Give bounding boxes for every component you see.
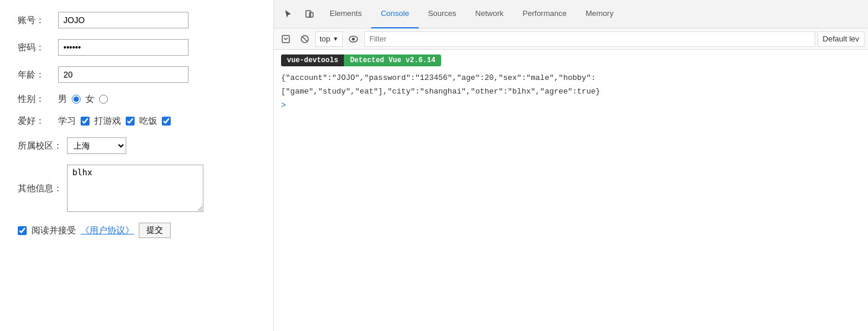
devtools-tabs-bar: Elements Console Sources Network Perform… (274, 0, 868, 28)
context-value: top (320, 34, 330, 43)
password-label: 密码： (18, 42, 53, 53)
agree-link-text[interactable]: 《用户协议》 (81, 225, 134, 236)
age-label: 年龄： (18, 69, 53, 81)
default-level-button[interactable]: Default lev (818, 31, 864, 47)
campus-select[interactable]: 上海 北京 广州 深圳 (67, 137, 126, 154)
devtools-panel: Elements Console Sources Network Perform… (274, 0, 868, 331)
context-selector[interactable]: top ▼ (315, 31, 343, 47)
gender-group: 男 女 (58, 94, 108, 105)
svg-line-4 (302, 37, 307, 41)
console-prompt[interactable]: > (281, 101, 861, 110)
console-log-line1: {"account":"JOJO","password":"123456","a… (281, 72, 861, 85)
execute-icon[interactable] (277, 31, 294, 47)
hobby-study-checkbox[interactable] (81, 117, 90, 126)
svg-point-6 (352, 37, 355, 40)
campus-row: 所属校区： 上海 北京 广州 深圳 (18, 137, 256, 154)
tab-performance[interactable]: Performance (513, 0, 576, 28)
submit-row: 阅读并接受 《用户协议》 提交 (18, 223, 256, 238)
eye-icon[interactable] (345, 31, 362, 47)
filter-input[interactable] (364, 31, 815, 47)
dropdown-arrow: ▼ (333, 36, 339, 42)
hobby-eat-checkbox[interactable] (162, 117, 171, 126)
gender-row: 性别： 男 女 (18, 94, 256, 105)
gender-male-radio[interactable] (72, 95, 81, 104)
account-row: 账号： (18, 12, 256, 28)
other-row: 其他信息： blhx (18, 165, 256, 212)
gender-male-label: 男 (58, 94, 67, 105)
password-input[interactable] (58, 39, 189, 56)
clear-icon[interactable] (296, 31, 313, 47)
vue-devtools-badge-green: Detected Vue v2.6.14 (344, 54, 441, 66)
tab-elements[interactable]: Elements (320, 0, 371, 28)
agree-prefix-text: 阅读并接受 (31, 225, 76, 236)
other-label: 其他信息： (18, 183, 62, 194)
hobby-group: 学习 打游戏 吃饭 (58, 115, 171, 127)
hobby-study-label: 学习 (58, 115, 76, 127)
tab-sources[interactable]: Sources (419, 0, 466, 28)
tab-console[interactable]: Console (371, 0, 419, 28)
other-textarea[interactable]: blhx (67, 165, 203, 212)
vue-devtools-badge-dark: vue-devtools (281, 54, 344, 66)
campus-label: 所属校区： (18, 140, 62, 152)
form-panel: 账号： 密码： 年龄： 性别： 男 女 爱好： 学习 打游戏 吃饭 (0, 0, 274, 331)
tab-memory[interactable]: Memory (576, 0, 623, 28)
account-input[interactable] (58, 12, 189, 28)
hobby-game-checkbox[interactable] (126, 117, 135, 126)
tab-network[interactable]: Network (466, 0, 513, 28)
agree-checkbox[interactable] (18, 226, 27, 235)
hobby-row: 爱好： 学习 打游戏 吃饭 (18, 115, 256, 127)
hobby-eat-label: 吃饭 (139, 115, 157, 127)
hobby-game-label: 打游戏 (94, 115, 121, 127)
console-toolbar: top ▼ Default lev (274, 28, 868, 50)
device-icon[interactable] (299, 4, 320, 25)
age-row: 年龄： (18, 66, 256, 83)
console-output: vue-devtools Detected Vue v2.6.14 {"acco… (274, 50, 868, 331)
account-label: 账号： (18, 15, 53, 26)
hobby-label: 爱好： (18, 115, 53, 127)
age-input[interactable] (58, 66, 189, 83)
gender-female-radio[interactable] (99, 95, 108, 104)
submit-button[interactable]: 提交 (139, 223, 171, 238)
svg-rect-1 (309, 12, 313, 17)
vue-devtools-banner: vue-devtools Detected Vue v2.6.14 (281, 54, 861, 66)
cursor-icon[interactable] (277, 4, 299, 25)
svg-rect-0 (306, 11, 311, 17)
gender-label: 性别： (18, 94, 53, 105)
gender-female-label: 女 (85, 94, 94, 105)
console-log-line2: ["game","study","eat"],"city":"shanghai"… (281, 86, 861, 98)
password-row: 密码： (18, 39, 256, 56)
